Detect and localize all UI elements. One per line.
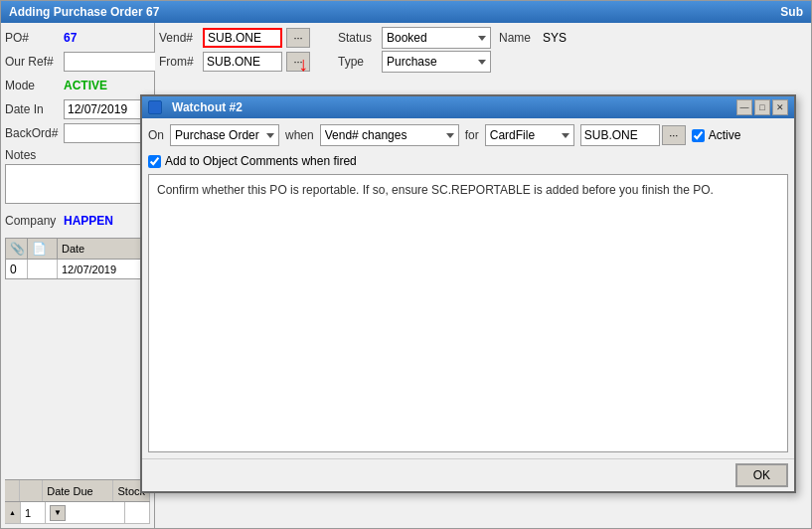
po-label: PO#: [5, 31, 60, 45]
status-group: Status Booked: [338, 27, 491, 49]
po-row: PO# 67: [5, 27, 150, 49]
from-label: From#: [159, 55, 199, 69]
dialog-footer: OK: [142, 458, 794, 491]
watchout-trigger-row: On Purchase Order when Vend# changes for…: [148, 124, 788, 146]
table-row: 0 12/07/2019: [5, 260, 150, 279]
on-label: On: [148, 128, 164, 142]
sub-one-input[interactable]: [580, 124, 660, 146]
for-dropdown[interactable]: CardFile: [485, 124, 574, 146]
bottom-row: ▲ 1 ▼: [5, 502, 150, 524]
from-group: From# ···: [159, 52, 310, 72]
doc-header: 📄: [28, 239, 58, 259]
red-arrow-indicator: ↓: [298, 53, 308, 76]
from-input[interactable]: [203, 52, 282, 72]
datedue-cell: ▼: [46, 502, 125, 523]
num-col: [20, 480, 43, 501]
doc-cell: [28, 260, 58, 278]
sub-one-ellipsis[interactable]: ···: [662, 125, 686, 145]
datedue-dropdown[interactable]: ▼: [50, 505, 66, 521]
type-group: Type Purchase: [338, 51, 491, 73]
mode-row: Mode ACTIVE: [5, 75, 150, 96]
backord-row: BackOrd#: [5, 122, 150, 144]
add-comments-row: Add to Object Comments when fired: [148, 154, 788, 168]
top-fields-row1: Vend# ··· Status Booked Name SYS: [159, 27, 807, 49]
type-dropdown[interactable]: Purchase: [382, 51, 491, 73]
stock-cell: [125, 502, 150, 523]
datedue-col: Date Due: [43, 480, 113, 501]
mode-value: ACTIVE: [64, 79, 107, 92]
watchout-title: Watchout #2: [172, 100, 243, 114]
notes-label: Notes: [5, 148, 150, 162]
message-text: Confirm whether this PO is reportable. I…: [157, 183, 714, 197]
company-row: Company HAPPEN: [5, 210, 150, 232]
date-in-row: Date In: [5, 98, 150, 120]
date-in-label: Date In: [5, 102, 60, 116]
name-label: Name: [499, 31, 539, 45]
our-ref-row: Our Ref#: [5, 51, 150, 73]
vend-ellipsis-button[interactable]: ···: [286, 28, 310, 48]
close-button[interactable]: ✕: [772, 99, 788, 115]
name-value: SYS: [543, 31, 567, 45]
our-ref-label: Our Ref#: [5, 55, 60, 69]
vend-label: Vend#: [159, 31, 199, 45]
bottom-table: Date Due Stock ▲ 1 ▼: [5, 479, 150, 524]
status-label: Status: [338, 31, 378, 45]
active-checkbox[interactable]: [692, 129, 705, 142]
active-group: Active: [692, 128, 741, 142]
attach-cell: 0: [6, 260, 28, 278]
top-fields-row2: From# ··· Type Purchase: [159, 51, 807, 73]
title-right: Sub: [780, 5, 803, 19]
add-comments-checkbox[interactable]: [148, 155, 161, 168]
backord-label: BackOrd#: [5, 126, 60, 140]
watchout-dialog: Watchout #2 — □ ✕ On Purchase Order: [140, 94, 796, 493]
notes-input[interactable]: [5, 164, 150, 204]
company-value: HAPPEN: [64, 214, 113, 228]
bottom-header: Date Due Stock: [5, 480, 150, 502]
type-label: Type: [338, 55, 378, 69]
right-panel: Vend# ··· Status Booked Name SYS: [155, 23, 811, 528]
ok-button[interactable]: OK: [735, 463, 788, 487]
minimize-button[interactable]: —: [736, 99, 752, 115]
notes-area: Notes: [5, 148, 150, 204]
po-value: 67: [64, 31, 77, 45]
when-label: when: [285, 128, 314, 142]
sub-one-group: ···: [580, 124, 686, 146]
main-title: Adding Purchase Order 67: [9, 5, 159, 19]
on-dropdown[interactable]: Purchase Order: [170, 124, 279, 146]
message-box: Confirm whether this PO is reportable. I…: [148, 174, 788, 452]
attachment-table: 📎 📄 Date 0 12/07/2019: [5, 238, 150, 418]
add-comments-label: Add to Object Comments when fired: [165, 154, 357, 168]
title-bar: Adding Purchase Order 67 Sub: [1, 1, 811, 23]
table-header: 📎 📄 Date: [5, 238, 150, 260]
watchout-title-bar: Watchout #2 — □ ✕: [142, 96, 794, 118]
attach-header: 📎: [6, 239, 28, 259]
for-label: for: [465, 128, 479, 142]
vend-input[interactable]: [203, 28, 282, 48]
maximize-button[interactable]: □: [754, 99, 770, 115]
left-panel: PO# 67 Our Ref# Mode ACTIVE Date In Back…: [1, 23, 155, 528]
watchout-icon: [148, 100, 162, 114]
date-header: Date: [58, 239, 149, 259]
active-label: Active: [709, 128, 741, 142]
status-dropdown[interactable]: Booked: [382, 27, 491, 49]
dialog-controls: — □ ✕: [736, 99, 788, 115]
attach-value: 0: [10, 263, 17, 276]
expand-col: [5, 480, 20, 501]
date-cell: 12/07/2019: [58, 260, 149, 278]
num-cell: 1: [21, 502, 46, 523]
doc-icon: 📄: [32, 242, 47, 256]
clip-icon: 📎: [10, 242, 25, 256]
expand-icon: ▲: [9, 509, 16, 516]
vend-group: Vend# ···: [159, 28, 310, 48]
watchout-body: On Purchase Order when Vend# changes for…: [142, 118, 794, 458]
mode-label: Mode: [5, 79, 60, 92]
expand-cell[interactable]: ▲: [5, 502, 21, 523]
when-dropdown[interactable]: Vend# changes: [320, 124, 459, 146]
company-label: Company: [5, 214, 60, 228]
name-group: Name SYS: [499, 31, 567, 45]
